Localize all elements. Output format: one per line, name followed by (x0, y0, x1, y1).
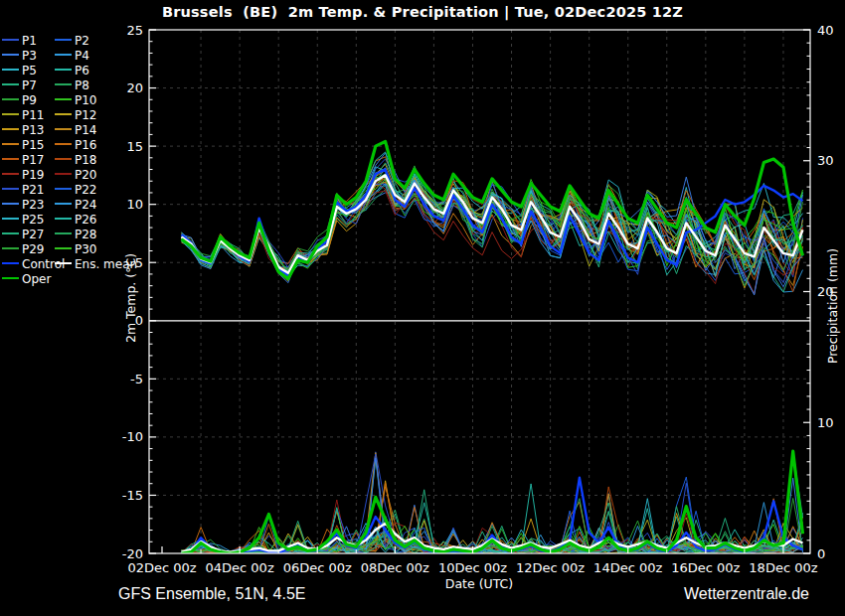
legend-swatch (55, 247, 72, 249)
legend-swatch (55, 69, 72, 71)
legend-swatch (2, 277, 19, 279)
legend-label: P17 (22, 153, 45, 167)
legend-item: P15 (2, 137, 45, 151)
svg-text:04Dec 00z: 04Dec 00z (206, 560, 274, 575)
legend-label: P3 (22, 49, 37, 63)
legend-swatch (2, 232, 19, 234)
legend-item: P8 (55, 77, 89, 91)
legend-label: P18 (75, 153, 97, 167)
legend-item: P27 (2, 227, 45, 240)
legend-swatch (2, 203, 19, 205)
legend-label: P7 (22, 78, 37, 92)
legend-swatch (55, 98, 72, 100)
legend-item: P23 (2, 197, 45, 211)
legend-item: P16 (55, 137, 97, 151)
legend-swatch (2, 218, 19, 220)
legend-swatch (55, 128, 72, 130)
legend-item: P2 (55, 33, 89, 47)
svg-text:0: 0 (817, 546, 825, 561)
legend-swatch (55, 232, 72, 234)
legend-label: P30 (75, 242, 97, 256)
svg-text:02Dec 00z: 02Dec 00z (127, 560, 196, 575)
svg-text:-15: -15 (122, 488, 143, 503)
svg-text:06Dec 00z: 06Dec 00z (283, 560, 352, 575)
svg-text:10Dec 00z: 10Dec 00z (438, 560, 507, 575)
legend-swatch (2, 69, 19, 71)
legend-item: P17 (2, 152, 45, 166)
legend-swatch (2, 98, 19, 100)
legend-label: P23 (22, 198, 45, 212)
legend-swatch (55, 54, 72, 56)
legend-item: P25 (2, 212, 45, 226)
legend-swatch (55, 39, 72, 41)
svg-text:16Dec 00z: 16Dec 00z (671, 560, 740, 575)
legend-item: P9 (2, 92, 37, 106)
legend-label: P19 (22, 168, 45, 182)
y-right-axis-title: Precipitation (mm) (825, 248, 840, 364)
legend-item: P6 (55, 63, 89, 77)
legend-swatch (55, 113, 72, 115)
legend-item: P26 (55, 212, 97, 226)
legend-item: P11 (2, 107, 45, 121)
legend-item: P20 (55, 167, 97, 181)
legend-swatch (55, 188, 72, 190)
legend-swatch (55, 203, 72, 205)
legend-label: Ens. mean (75, 257, 137, 271)
legend-label: P5 (22, 64, 37, 77)
legend-swatch (2, 113, 19, 115)
legend-item: P24 (55, 197, 97, 211)
legend-swatch (2, 247, 19, 249)
legend-label: P20 (75, 168, 97, 182)
legend-item: P21 (2, 182, 45, 196)
legend-label: P16 (75, 138, 97, 152)
legend-swatch (2, 39, 19, 41)
footer-brand: Wetterzentrale.de (684, 585, 809, 603)
legend-label: P12 (75, 108, 97, 122)
legend-swatch (55, 143, 72, 145)
legend-swatch (2, 188, 19, 190)
legend-item: P30 (55, 241, 97, 255)
legend-label: P11 (22, 108, 45, 122)
svg-text:12Dec 00z: 12Dec 00z (516, 560, 585, 575)
legend-swatch (2, 83, 19, 85)
legend-item: P3 (2, 48, 37, 62)
legend-label: P1 (22, 34, 37, 48)
legend-swatch (55, 173, 72, 175)
legend-item: P13 (2, 122, 45, 136)
svg-text:-5: -5 (130, 372, 143, 386)
legend-label: P8 (75, 78, 89, 92)
legend-label: P9 (22, 93, 37, 107)
legend-label: P21 (22, 183, 45, 197)
meteogram-page: Brussels (BE) 2m Temp. & Precipitation |… (0, 0, 845, 616)
legend-swatch (55, 218, 72, 220)
legend-item: P28 (55, 227, 97, 240)
legend-label: P26 (75, 213, 97, 227)
legend-item: P12 (55, 107, 97, 121)
legend-item: P1 (2, 33, 37, 47)
legend-swatch (2, 143, 19, 145)
legend-label: P28 (75, 228, 97, 241)
svg-text:30: 30 (817, 153, 834, 168)
axis-layer: 2520151050-5-10-15-2040302010002Dec 00z0… (122, 23, 834, 576)
legend-swatch (55, 83, 72, 85)
legend-label: P15 (22, 138, 45, 152)
svg-text:08Dec 00z: 08Dec 00z (361, 560, 429, 575)
legend-label: P4 (75, 49, 89, 63)
legend-swatch (2, 54, 19, 56)
legend-label: P27 (22, 228, 45, 241)
x-axis-title: Date (UTC) (445, 576, 513, 591)
svg-text:-10: -10 (122, 429, 143, 444)
legend-swatch (2, 128, 19, 130)
legend-label: P14 (75, 123, 97, 137)
svg-text:14Dec 00z: 14Dec 00z (593, 560, 662, 575)
legend-label: P29 (22, 242, 45, 256)
legend-label: P2 (75, 34, 89, 48)
svg-text:40: 40 (817, 23, 834, 38)
legend-label: P25 (22, 213, 45, 227)
series-layer (182, 141, 803, 553)
legend-item: P10 (55, 92, 97, 106)
legend-label: P22 (75, 183, 97, 197)
legend-item: P18 (55, 152, 97, 166)
legend-label: Oper (22, 272, 51, 286)
legend-swatch (55, 262, 72, 264)
